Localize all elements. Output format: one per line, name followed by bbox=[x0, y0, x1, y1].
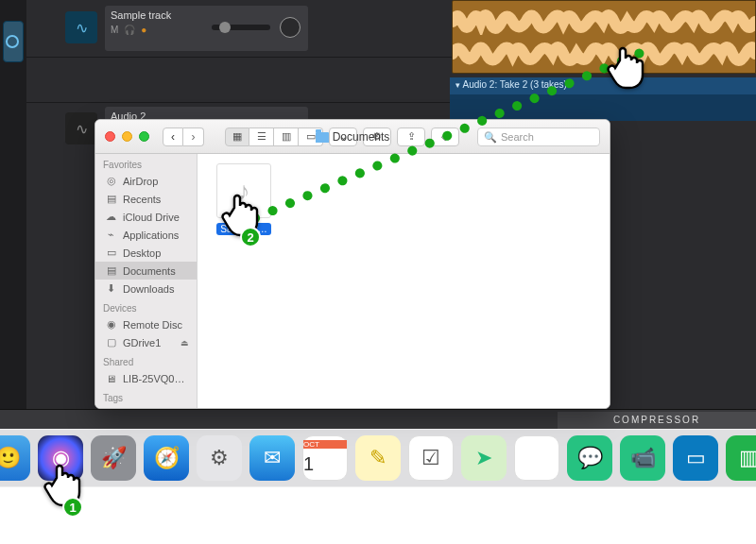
view-column-button[interactable]: ▥ bbox=[274, 128, 299, 146]
sidebar-item-applications[interactable]: ⌁Applications bbox=[95, 226, 197, 244]
sidebar-item-desktop[interactable]: ▭Desktop bbox=[95, 244, 197, 262]
view-mode-segment[interactable]: ▦ ☰ ▥ ▭ bbox=[225, 128, 323, 146]
dock: 🙂 ◉ 🚀 🧭 ⚙︎ ✉︎ OCT 1 ✎ ☑︎ ➤ ✿ 💬 📹 ▭ ▥ bbox=[0, 429, 756, 487]
waveform-icon bbox=[453, 8, 755, 35]
finder-content[interactable]: ♪ Sample t… bbox=[198, 154, 610, 408]
view-icon-button[interactable]: ▦ bbox=[225, 128, 249, 146]
sidebar-item-downloads[interactable]: ⬇Downloads bbox=[95, 280, 197, 298]
dock-photos[interactable]: ✿ bbox=[514, 435, 559, 481]
track-header-sample[interactable]: ∿ Sample track M 🎧 ● bbox=[105, 6, 308, 51]
track-volume-slider[interactable] bbox=[212, 25, 270, 30]
dock-area: 🙂 ◉ 🚀 🧭 ⚙︎ ✉︎ OCT 1 ✎ ☑︎ ➤ ✿ 💬 📹 ▭ ▥ bbox=[0, 423, 756, 493]
step-badge-1: 1 bbox=[62, 497, 83, 518]
action-menu-button[interactable]: ⚙︎ bbox=[363, 128, 391, 146]
waveform-icon bbox=[453, 41, 755, 67]
finder-window: ‹ › ▦ ☰ ▥ ▭ ⌄ ⚙︎ ⇪ ◇ Documents 🔍 Search … bbox=[94, 119, 610, 409]
dock-reminders[interactable]: ☑︎ bbox=[408, 435, 454, 481]
dock-messages[interactable]: 💬 bbox=[567, 435, 612, 481]
disc-icon: ◉ bbox=[105, 318, 117, 331]
daw-left-strip bbox=[0, 0, 26, 429]
downloads-icon: ⬇ bbox=[105, 282, 117, 295]
track-controls[interactable]: M 🎧 ● bbox=[111, 25, 146, 35]
mute-icon[interactable]: M bbox=[111, 25, 118, 35]
dock-keynote[interactable]: ▭ bbox=[673, 435, 718, 481]
view-gallery-button[interactable]: ▭ bbox=[299, 128, 323, 146]
record-input-icon[interactable]: ● bbox=[141, 25, 146, 35]
eject-icon[interactable]: ⏏ bbox=[180, 338, 189, 348]
sidebar-head-favorites: Favorites bbox=[95, 154, 197, 172]
daw-tool-button[interactable] bbox=[3, 21, 24, 62]
nav-forward-button[interactable]: › bbox=[183, 128, 204, 146]
dock-safari[interactable]: 🧭 bbox=[144, 435, 189, 481]
sidebar-head-devices: Devices bbox=[95, 298, 197, 315]
computer-icon: 🖥 bbox=[105, 372, 117, 384]
share-button[interactable]: ⇪ bbox=[397, 128, 425, 146]
dock-calendar[interactable]: OCT 1 bbox=[302, 435, 348, 481]
dock-mail[interactable]: ✉︎ bbox=[249, 435, 295, 481]
window-zoom-button[interactable] bbox=[139, 131, 149, 142]
search-input[interactable]: 🔍 Search bbox=[477, 128, 600, 146]
recents-icon: ▤ bbox=[105, 193, 117, 205]
sidebar-head-tags: Tags bbox=[95, 387, 197, 405]
take-body[interactable] bbox=[450, 94, 756, 121]
step-badge-2: 2 bbox=[240, 227, 261, 247]
sidebar-item-icloud[interactable]: ☁iCloud Drive bbox=[95, 208, 197, 226]
finder-titlebar[interactable]: ‹ › ▦ ☰ ▥ ▭ ⌄ ⚙︎ ⇪ ◇ Documents 🔍 Search bbox=[95, 120, 610, 154]
sidebar-item-gdrive[interactable]: ▢GDrive1⏏ bbox=[95, 333, 197, 351]
documents-icon: ▤ bbox=[105, 264, 117, 277]
headphone-icon[interactable]: 🎧 bbox=[124, 25, 135, 35]
dock-facetime[interactable]: 📹 bbox=[620, 435, 665, 481]
sidebar-item-tag-red[interactable]: Red bbox=[95, 405, 197, 408]
nav-back-button[interactable]: ‹ bbox=[163, 128, 183, 146]
sidebar-head-shared: Shared bbox=[95, 351, 197, 369]
dock-notes[interactable]: ✎ bbox=[355, 435, 401, 481]
dock-sysprefs[interactable]: ⚙︎ bbox=[197, 435, 242, 481]
dock-finder[interactable]: 🙂 bbox=[0, 435, 30, 481]
window-minimize-button[interactable] bbox=[122, 131, 132, 142]
arrange-menu-button[interactable]: ⌄ bbox=[329, 128, 357, 146]
dock-launchpad[interactable]: 🚀 bbox=[91, 435, 136, 481]
audio-file-icon: ♪ bbox=[216, 163, 271, 218]
window-close-button[interactable] bbox=[105, 131, 115, 142]
airdrop-icon: ◎ bbox=[105, 175, 117, 187]
applications-icon: ⌁ bbox=[105, 229, 117, 241]
dock-maps[interactable]: ➤ bbox=[461, 435, 507, 481]
track-audio-icon: ∿ bbox=[65, 112, 97, 144]
sidebar-item-airdrop[interactable]: ◎AirDrop bbox=[95, 172, 197, 190]
sidebar-item-shared[interactable]: 🖥LIB-25VQ0… bbox=[95, 369, 197, 387]
sidebar-item-remotedisc[interactable]: ◉Remote Disc bbox=[95, 315, 197, 333]
view-list-button[interactable]: ☰ bbox=[249, 128, 274, 146]
finder-sidebar: Favorites ◎AirDrop ▤Recents ☁iCloud Driv… bbox=[95, 154, 198, 408]
cloud-icon: ☁ bbox=[105, 211, 117, 223]
take-folder-header[interactable]: ▾ Audio 2: Take 2 (3 takes) bbox=[450, 77, 756, 94]
track-pan-knob[interactable] bbox=[280, 17, 301, 38]
audio-region[interactable] bbox=[452, 0, 756, 74]
desktop-icon: ▭ bbox=[105, 246, 117, 259]
search-icon: 🔍 bbox=[484, 131, 497, 144]
dock-numbers[interactable]: ▥ bbox=[726, 435, 756, 481]
track-name: Sample track bbox=[111, 9, 171, 21]
sidebar-item-documents[interactable]: ▤Documents bbox=[95, 262, 197, 280]
tags-button[interactable]: ◇ bbox=[431, 128, 459, 146]
drive-icon: ▢ bbox=[105, 336, 117, 348]
dock-siri[interactable]: ◉ bbox=[38, 435, 83, 481]
track-audio-icon: ∿ bbox=[65, 11, 97, 43]
sidebar-item-recents[interactable]: ▤Recents bbox=[95, 190, 197, 208]
